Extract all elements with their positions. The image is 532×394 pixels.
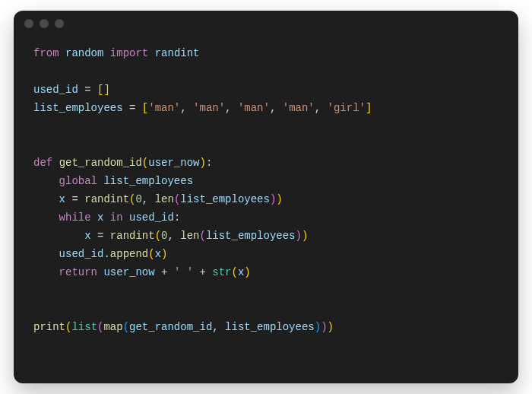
bracket-close: ]	[103, 84, 109, 96]
builtin-list: list	[71, 321, 97, 333]
kw-import: import	[110, 47, 148, 59]
var-x: x	[155, 248, 161, 260]
fn-get-random-id: get_random_id	[59, 157, 142, 169]
paren-open: (	[148, 248, 154, 260]
op-plus: +	[161, 266, 167, 278]
fn-randint: randint	[110, 230, 155, 242]
kw-return: return	[59, 266, 97, 278]
op-eq: =	[71, 193, 78, 205]
paren-close: )	[276, 193, 282, 205]
name-randint: randint	[155, 47, 200, 59]
var-used-id: used_id	[59, 248, 104, 260]
kw-while: while	[59, 211, 91, 224]
str-man: 'man'	[283, 102, 315, 114]
builtin-str: str	[212, 266, 231, 278]
window-dot-green	[55, 19, 64, 28]
paren-close: )	[199, 157, 205, 169]
num-zero: 0	[161, 230, 167, 242]
window-dot-red	[24, 19, 33, 28]
var-x: x	[84, 230, 90, 242]
paren-open: (	[142, 157, 148, 169]
code-window: from random import randint used_id = [] …	[14, 11, 518, 383]
var-list-employees: list_employees	[180, 193, 270, 205]
paren-close: )	[296, 230, 302, 242]
str-man: 'man'	[148, 102, 180, 114]
fn-len: len	[155, 193, 174, 205]
str-man: 'man'	[238, 102, 270, 114]
op-eq: =	[97, 230, 103, 242]
kw-def: def	[33, 157, 52, 169]
paren-close: )	[161, 248, 167, 260]
paren-open: (	[200, 230, 206, 242]
paren-close: )	[244, 266, 250, 278]
paren-open: (	[232, 266, 238, 278]
var-list-employees: list_employees	[103, 175, 193, 187]
str-man: 'man'	[193, 102, 225, 114]
bracket-close: ]	[366, 102, 372, 114]
mod-random: random	[65, 47, 103, 59]
op-plus: +	[200, 266, 206, 278]
kw-global: global	[59, 175, 97, 187]
num-zero: 0	[135, 193, 141, 205]
window-dot-yellow	[40, 19, 49, 28]
paren-open: (	[123, 321, 129, 333]
paren-close: )	[321, 321, 327, 333]
fn-randint: randint	[84, 193, 129, 205]
paren-close: )	[315, 321, 321, 333]
titlebar	[14, 11, 518, 37]
fn-print: print	[33, 321, 65, 333]
var-user-now: user_now	[103, 266, 154, 278]
str-girl: 'girl'	[328, 102, 366, 114]
var-used-id: used_id	[33, 84, 78, 96]
var-list-employees: list_employees	[206, 230, 296, 242]
bracket-open: [	[142, 102, 148, 114]
var-list-employees: list_employees	[33, 102, 123, 114]
op-eq: =	[129, 102, 135, 114]
str-space: ' '	[174, 266, 193, 278]
arg-list-employees: list_employees	[225, 321, 315, 333]
paren-close: )	[328, 321, 334, 333]
var-x: x	[97, 211, 103, 224]
fn-map: map	[103, 321, 122, 333]
arg-get-random-id: get_random_id	[129, 321, 212, 333]
paren-close: )	[302, 230, 308, 242]
op-eq: =	[84, 84, 90, 96]
kw-from: from	[33, 47, 59, 59]
var-used-id: used_id	[129, 211, 174, 224]
code-block: from random import randint used_id = [] …	[14, 37, 518, 383]
kw-in: in	[110, 211, 123, 224]
paren-open: (	[155, 230, 161, 242]
fn-len: len	[180, 230, 199, 242]
param-user-now: user_now	[148, 157, 199, 169]
var-x: x	[59, 193, 65, 205]
fn-append: append	[110, 248, 148, 260]
